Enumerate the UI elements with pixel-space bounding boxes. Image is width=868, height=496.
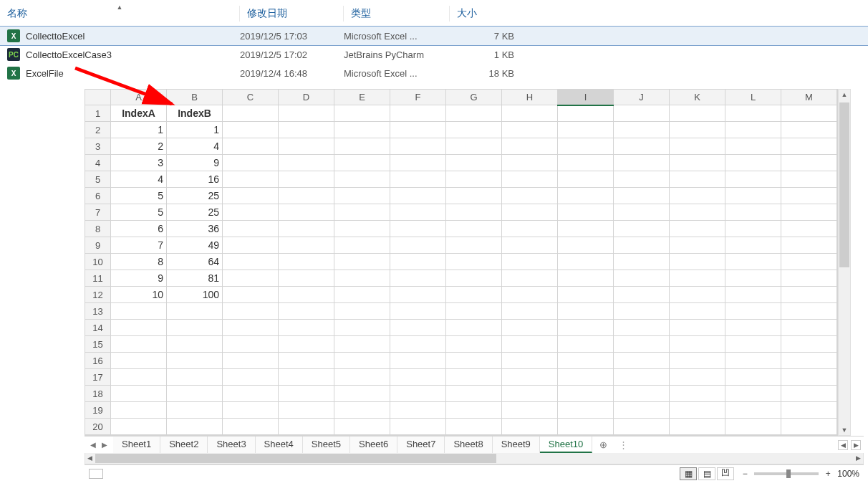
row-header-9[interactable]: 9 bbox=[85, 237, 111, 254]
cell-C9[interactable] bbox=[223, 237, 279, 254]
cell-A15[interactable] bbox=[111, 336, 167, 353]
cell-L5[interactable] bbox=[725, 171, 781, 188]
cell-A7[interactable]: 5 bbox=[111, 204, 167, 221]
hscroll-right-icon[interactable]: ▶ bbox=[851, 440, 861, 450]
cell-J19[interactable] bbox=[614, 402, 670, 419]
column-header-H[interactable]: H bbox=[502, 90, 558, 105]
cell-E20[interactable] bbox=[334, 419, 390, 435]
hscroll-left-icon[interactable]: ◀ bbox=[838, 440, 848, 450]
cell-L20[interactable] bbox=[725, 419, 781, 435]
cell-C7[interactable] bbox=[223, 204, 279, 221]
cell-A3[interactable]: 2 bbox=[111, 138, 167, 155]
cell-B16[interactable] bbox=[167, 353, 223, 369]
cell-E13[interactable] bbox=[334, 303, 390, 320]
cell-K14[interactable] bbox=[670, 320, 725, 336]
cell-L6[interactable] bbox=[725, 188, 781, 204]
cell-M2[interactable] bbox=[781, 122, 837, 138]
cell-H13[interactable] bbox=[502, 303, 558, 320]
cell-H4[interactable] bbox=[502, 155, 558, 171]
cell-E5[interactable] bbox=[334, 171, 390, 188]
file-row[interactable]: XExcelFile2019/12/4 16:48Microsoft Excel… bbox=[0, 64, 868, 82]
cell-B13[interactable] bbox=[167, 303, 223, 320]
cell-K3[interactable] bbox=[670, 138, 725, 155]
cell-D10[interactable] bbox=[279, 254, 334, 270]
row-header-13[interactable]: 13 bbox=[85, 303, 111, 320]
cell-K20[interactable] bbox=[670, 419, 725, 435]
cell-E7[interactable] bbox=[334, 204, 390, 221]
tab-nav-next-icon[interactable]: ▶ bbox=[100, 439, 109, 450]
cell-D8[interactable] bbox=[279, 221, 334, 237]
cell-G13[interactable] bbox=[446, 303, 502, 320]
zoom-slider[interactable] bbox=[754, 472, 819, 475]
sheet-tab-sheet4[interactable]: Sheet4 bbox=[256, 437, 303, 453]
row-header-1[interactable]: 1 bbox=[85, 105, 111, 122]
tab-nav-prev-icon[interactable]: ◀ bbox=[89, 439, 97, 450]
cell-G6[interactable] bbox=[446, 188, 502, 204]
cell-B10[interactable]: 64 bbox=[167, 254, 223, 270]
cell-H20[interactable] bbox=[502, 419, 558, 435]
cell-I9[interactable] bbox=[558, 237, 614, 254]
cell-D7[interactable] bbox=[279, 204, 334, 221]
cell-H10[interactable] bbox=[502, 254, 558, 270]
cell-K5[interactable] bbox=[670, 171, 725, 188]
cell-D19[interactable] bbox=[279, 402, 334, 419]
cell-H17[interactable] bbox=[502, 369, 558, 386]
cell-I10[interactable] bbox=[558, 254, 614, 270]
cell-H9[interactable] bbox=[502, 237, 558, 254]
cell-F7[interactable] bbox=[390, 204, 446, 221]
cell-J12[interactable] bbox=[614, 287, 670, 303]
cell-J18[interactable] bbox=[614, 386, 670, 402]
cell-M13[interactable] bbox=[781, 303, 837, 320]
cell-L2[interactable] bbox=[725, 122, 781, 138]
cell-J8[interactable] bbox=[614, 221, 670, 237]
column-header-date[interactable]: 修改日期 bbox=[240, 6, 344, 22]
cell-D16[interactable] bbox=[279, 353, 334, 369]
cell-C15[interactable] bbox=[223, 336, 279, 353]
row-header-8[interactable]: 8 bbox=[85, 221, 111, 237]
cell-H16[interactable] bbox=[502, 353, 558, 369]
cell-I18[interactable] bbox=[558, 386, 614, 402]
cell-B7[interactable]: 25 bbox=[167, 204, 223, 221]
cell-L12[interactable] bbox=[725, 287, 781, 303]
row-header-19[interactable]: 19 bbox=[85, 402, 111, 419]
cell-F8[interactable] bbox=[390, 221, 446, 237]
cell-G17[interactable] bbox=[446, 369, 502, 386]
cell-B6[interactable]: 25 bbox=[167, 188, 223, 204]
cell-A2[interactable]: 1 bbox=[111, 122, 167, 138]
horizontal-scrollbar[interactable]: ◀ ▶ bbox=[85, 453, 864, 464]
cell-K16[interactable] bbox=[670, 353, 725, 369]
cell-G15[interactable] bbox=[446, 336, 502, 353]
cell-K12[interactable] bbox=[670, 287, 725, 303]
cell-A1[interactable]: IndexA bbox=[111, 105, 167, 122]
column-header-D[interactable]: D bbox=[279, 90, 334, 105]
cell-J3[interactable] bbox=[614, 138, 670, 155]
cell-M9[interactable] bbox=[781, 237, 837, 254]
cell-E6[interactable] bbox=[334, 188, 390, 204]
cell-B11[interactable]: 81 bbox=[167, 270, 223, 287]
cell-D9[interactable] bbox=[279, 237, 334, 254]
cell-J15[interactable] bbox=[614, 336, 670, 353]
sheet-tab-sheet10[interactable]: Sheet10 bbox=[540, 437, 592, 453]
cell-M3[interactable] bbox=[781, 138, 837, 155]
cell-D18[interactable] bbox=[279, 386, 334, 402]
cell-B5[interactable]: 16 bbox=[167, 171, 223, 188]
add-sheet-button[interactable]: ⊕ bbox=[592, 437, 614, 452]
cell-B3[interactable]: 4 bbox=[167, 138, 223, 155]
cell-B15[interactable] bbox=[167, 336, 223, 353]
cell-I8[interactable] bbox=[558, 221, 614, 237]
cell-C10[interactable] bbox=[223, 254, 279, 270]
cell-A16[interactable] bbox=[111, 353, 167, 369]
cell-F1[interactable] bbox=[390, 105, 446, 122]
scroll-right-icon[interactable]: ▶ bbox=[856, 454, 861, 462]
record-macro-icon[interactable] bbox=[89, 469, 103, 479]
cell-I15[interactable] bbox=[558, 336, 614, 353]
cell-M20[interactable] bbox=[781, 419, 837, 435]
cell-E15[interactable] bbox=[334, 336, 390, 353]
cell-G2[interactable] bbox=[446, 122, 502, 138]
cell-G8[interactable] bbox=[446, 221, 502, 237]
cell-E14[interactable] bbox=[334, 320, 390, 336]
cell-B12[interactable]: 100 bbox=[167, 287, 223, 303]
column-header-size[interactable]: 大小 bbox=[450, 6, 521, 22]
cell-I3[interactable] bbox=[558, 138, 614, 155]
cell-E11[interactable] bbox=[334, 270, 390, 287]
